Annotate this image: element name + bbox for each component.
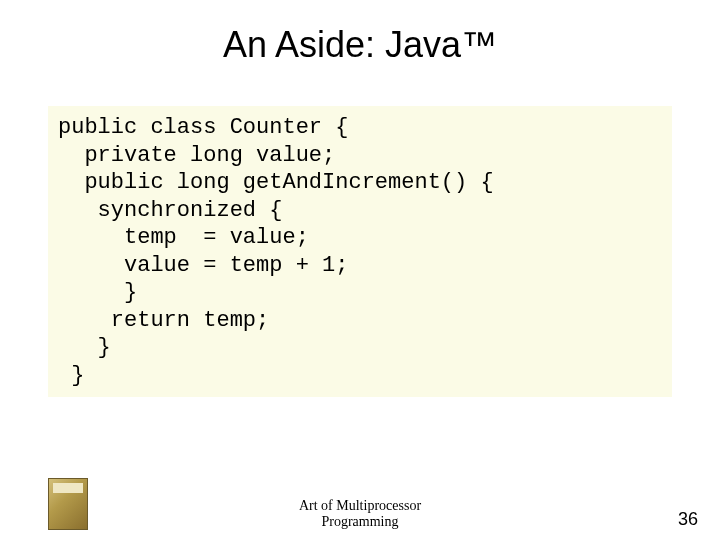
code-block: public class Counter { private long valu… — [48, 106, 672, 397]
footer-caption: Art of Multiprocessor Programming — [299, 498, 421, 530]
footer-caption-line1: Art of Multiprocessor — [299, 498, 421, 514]
code-line: return temp; — [58, 307, 662, 335]
code-line: } — [58, 334, 662, 362]
code-line: value = temp + 1; — [58, 252, 662, 280]
code-line: synchronized { — [58, 197, 662, 225]
code-line: temp = value; — [58, 224, 662, 252]
code-line: public long getAndIncrement() { — [58, 169, 662, 197]
page-number: 36 — [678, 509, 698, 530]
code-line: private long value; — [58, 142, 662, 170]
book-cover-icon — [48, 478, 88, 530]
slide-title: An Aside: Java™ — [0, 0, 720, 106]
code-line: } — [58, 279, 662, 307]
slide-footer: Art of Multiprocessor Programming 36 — [0, 478, 720, 530]
footer-caption-line2: Programming — [299, 514, 421, 530]
code-line: } — [58, 362, 662, 390]
code-line: public class Counter { — [58, 114, 662, 142]
